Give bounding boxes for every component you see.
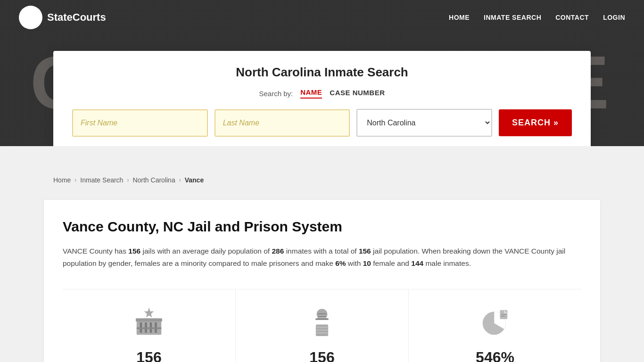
search-by-label: Search by: xyxy=(259,90,293,98)
tab-case-number[interactable]: CASE NUMBER xyxy=(330,89,385,98)
stat-jails-number: 156 xyxy=(136,349,161,362)
nav-home[interactable]: HOME xyxy=(449,14,470,21)
rate-icon xyxy=(476,304,514,341)
tab-name[interactable]: NAME xyxy=(300,88,322,99)
first-name-input[interactable] xyxy=(72,109,208,137)
svg-rect-14 xyxy=(316,326,328,328)
search-button[interactable]: SEARCH » xyxy=(499,109,572,136)
nav-login[interactable]: LOGIN xyxy=(603,14,625,21)
nav-inmate-search[interactable]: INMATE SEARCH xyxy=(484,14,541,21)
breadcrumb-nc[interactable]: North Carolina xyxy=(132,176,175,184)
logo-icon: 🏛 xyxy=(19,6,42,29)
svg-rect-21 xyxy=(501,316,505,317)
stat-rate: 546% Jail Rate xyxy=(409,289,581,362)
svg-rect-15 xyxy=(316,329,328,331)
breadcrumb-sep-3: › xyxy=(179,177,181,183)
breadcrumb-sep-2: › xyxy=(127,177,129,183)
svg-rect-11 xyxy=(318,314,326,316)
logo-text: StateCourts xyxy=(47,11,106,24)
nav-links: HOME INMATE SEARCH CONTACT LOGIN xyxy=(449,13,625,22)
svg-marker-7 xyxy=(144,307,154,317)
breadcrumb-current: Vance xyxy=(185,176,204,184)
stat-prisoners-number: 156 xyxy=(309,349,334,362)
jail-icon xyxy=(130,304,168,341)
county-title: Vance County, NC Jail and Prison System xyxy=(63,219,581,235)
search-card: North Carolina Inmate Search Search by: … xyxy=(53,51,591,146)
stats-row: 156 Jails xyxy=(63,289,581,362)
hero-section: COURTHOUSE 🏛 StateCourts HOME INMATE SEA… xyxy=(0,0,644,146)
main-nav: 🏛 StateCourts HOME INMATE SEARCH CONTACT… xyxy=(0,0,644,35)
svg-rect-5 xyxy=(137,327,162,329)
svg-rect-16 xyxy=(316,332,328,334)
search-card-title: North Carolina Inmate Search xyxy=(72,65,572,80)
search-by-row: Search by: NAME CASE NUMBER xyxy=(72,88,572,99)
prisoner-icon xyxy=(303,304,341,341)
stat-jails: 156 Jails xyxy=(63,289,236,362)
breadcrumb: Home › Inmate Search › North Carolina › … xyxy=(44,170,600,190)
main-content: Vance County, NC Jail and Prison System … xyxy=(44,200,600,362)
search-inputs: North Carolina Alabama Alaska Arizona Ca… xyxy=(72,109,572,137)
svg-rect-12 xyxy=(318,317,326,318)
svg-rect-20 xyxy=(501,314,506,315)
last-name-input[interactable] xyxy=(215,109,350,137)
svg-rect-6 xyxy=(136,318,162,321)
nav-contact[interactable]: CONTACT xyxy=(555,14,589,21)
county-description: VANCE County has 156 jails with an avera… xyxy=(63,245,581,270)
logo-link[interactable]: 🏛 StateCourts xyxy=(19,6,106,29)
stat-prisoners: 156 Prisoners xyxy=(236,289,409,362)
breadcrumb-inmate-search[interactable]: Inmate Search xyxy=(80,176,123,184)
stat-rate-number: 546% xyxy=(476,349,514,362)
state-select[interactable]: North Carolina Alabama Alaska Arizona Ca… xyxy=(356,109,492,137)
breadcrumb-home[interactable]: Home xyxy=(53,176,71,184)
breadcrumb-sep-1: › xyxy=(74,177,76,183)
